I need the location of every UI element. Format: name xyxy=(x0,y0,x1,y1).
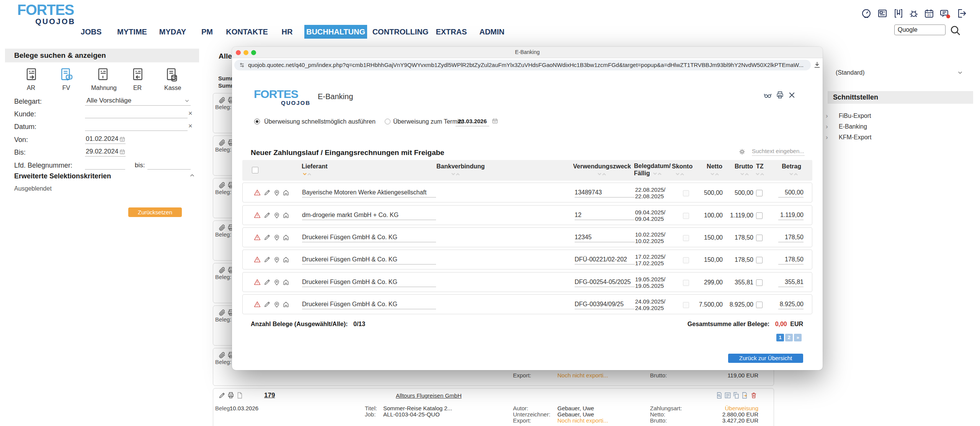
table-search-input[interactable]: Suchtext eingeben... xyxy=(752,148,805,156)
lieferant-input[interactable]: Bayerische Motoren Werke Aktiengesellsch… xyxy=(302,188,436,197)
von-date-input[interactable]: 01.02.2024 xyxy=(85,134,126,144)
pencil-icon[interactable] xyxy=(263,189,271,196)
doc-type-mahnung[interactable]: Mahnung xyxy=(91,67,114,91)
col-brutto[interactable]: Brutto xyxy=(725,163,753,170)
url-text[interactable]: quojob.quotec.net/q40_pm/index.php?q=cmb… xyxy=(248,62,805,69)
calendar-icon[interactable] xyxy=(119,136,126,142)
radio-termin[interactable] xyxy=(385,119,390,124)
beleg-number-link[interactable]: 179 xyxy=(264,392,275,399)
termin-date-input[interactable]: 23.03.2026 xyxy=(456,117,489,126)
window-titlebar[interactable]: E-Banking xyxy=(232,47,823,58)
lfd-von-input[interactable] xyxy=(85,160,125,170)
print-icon[interactable] xyxy=(776,91,784,100)
skonto-checkbox[interactable] xyxy=(683,257,689,263)
delete-icon[interactable] xyxy=(750,392,758,399)
bis-date-input[interactable]: 29.02.2024 xyxy=(85,147,126,157)
pin-icon[interactable] xyxy=(273,233,281,241)
page-next[interactable]: » xyxy=(794,334,802,341)
nav-item-kontakte[interactable]: KONTAKTE xyxy=(226,28,268,36)
col-skonto[interactable]: Skonto xyxy=(672,163,693,170)
site-info-icon[interactable] xyxy=(239,62,245,68)
chevron-up-icon[interactable] xyxy=(189,172,195,178)
col-belegdatum[interactable]: Belegdatum/ xyxy=(634,163,671,170)
nav-item-buchhaltung-active[interactable]: BUCHHALTUNG xyxy=(304,25,367,39)
verwendungszweck-input[interactable]: DFG-00254-05/2025 xyxy=(575,277,635,287)
tz-checkbox[interactable] xyxy=(756,279,763,286)
verwendungszweck-input[interactable]: 13489743 xyxy=(575,188,635,197)
paperclip-icon[interactable] xyxy=(218,266,226,274)
tz-checkbox[interactable] xyxy=(756,302,763,308)
col-tz[interactable]: TZ xyxy=(756,163,764,170)
right-panel-item-ebanking[interactable]: E-Banking xyxy=(839,123,867,130)
tz-checkbox[interactable] xyxy=(756,212,763,219)
right-panel-item-fibu[interactable]: FiBu-Export xyxy=(839,113,871,119)
select-all-checkbox[interactable] xyxy=(252,167,258,173)
home-icon[interactable] xyxy=(282,278,290,286)
paperclip-icon[interactable] xyxy=(218,224,226,232)
right-panel-item-kfm[interactable]: KFM-Export xyxy=(839,134,871,141)
lieferant-input[interactable]: Druckerei Füsgen GmbH & Co. KG xyxy=(302,300,436,309)
reset-button[interactable]: Zurücksetzen xyxy=(128,207,182,217)
pencil-icon[interactable] xyxy=(218,392,226,399)
pdf-icon[interactable] xyxy=(236,392,243,399)
doc-type-kasse[interactable]: Kasse xyxy=(164,67,181,91)
betrag-input[interactable]: 500,00 xyxy=(778,188,804,197)
lieferant-input[interactable]: Druckerei Füsgen GmbH & Co. KG xyxy=(302,233,436,242)
pin-icon[interactable] xyxy=(273,278,281,286)
paperclip-icon[interactable] xyxy=(218,96,226,104)
home-icon[interactable] xyxy=(282,256,290,263)
clear-icon[interactable]: × xyxy=(188,122,193,130)
col-netto[interactable]: Netto xyxy=(697,163,722,170)
bookmark-icon[interactable] xyxy=(893,8,904,19)
col-betrag[interactable]: Betrag xyxy=(773,163,801,170)
clear-icon[interactable]: × xyxy=(188,109,193,118)
verwendungszweck-input[interactable]: DFG-00394/09/25 xyxy=(575,300,635,309)
close-icon[interactable] xyxy=(787,91,796,100)
page-2[interactable]: 2 xyxy=(785,334,793,341)
col-lieferant[interactable]: Lieferant xyxy=(302,163,328,170)
nav-item-myday[interactable]: MYDAY xyxy=(159,28,186,36)
pin-icon[interactable] xyxy=(273,256,281,263)
pencil-icon[interactable] xyxy=(263,278,271,286)
advanced-criteria-toggle[interactable]: Erweiterte Selektionskriterien xyxy=(14,172,111,180)
radio-sofort[interactable] xyxy=(254,119,260,124)
home-icon[interactable] xyxy=(282,211,290,219)
chevron-down-icon[interactable] xyxy=(957,70,963,76)
calendar-icon[interactable] xyxy=(492,118,498,124)
doc-type-fv[interactable]: FV xyxy=(59,67,74,91)
messages-icon[interactable] xyxy=(939,8,950,19)
betrag-input[interactable]: 178,50 xyxy=(778,233,804,242)
beleg-card-179[interactable]: 179 Alltours Flugreisen GmbH Beleg: 10.0… xyxy=(213,388,774,426)
calendar-icon[interactable] xyxy=(923,8,935,19)
url-bar[interactable]: quojob.quotec.net/q40_pm/index.php?q=cmb… xyxy=(234,60,811,70)
col-bankverbindung[interactable]: Bankverbindung xyxy=(436,163,485,170)
paperclip-icon[interactable] xyxy=(218,139,226,147)
pin-icon[interactable] xyxy=(273,211,281,219)
glasses-icon[interactable] xyxy=(763,90,773,100)
nav-item-mytime[interactable]: MYTIME xyxy=(117,28,147,36)
back-to-overview-button[interactable]: Zurück zur Übersicht xyxy=(728,354,803,363)
paperclip-icon[interactable] xyxy=(218,181,226,189)
skonto-checkbox[interactable] xyxy=(683,280,689,286)
nav-item-hr[interactable]: HR xyxy=(282,28,293,36)
pencil-icon[interactable] xyxy=(263,233,271,241)
search-icon[interactable] xyxy=(949,24,962,37)
paperclip-icon[interactable] xyxy=(218,351,226,359)
paperclip-icon[interactable] xyxy=(218,309,226,317)
pin-icon[interactable] xyxy=(273,300,281,308)
col-faellig[interactable]: Fällig xyxy=(634,170,650,177)
company-link[interactable]: Alltours Flugreisen GmbH xyxy=(396,392,462,399)
verwendungszweck-input[interactable]: DFÜ-00221/02-202 xyxy=(575,255,635,264)
nav-item-pm[interactable]: PM xyxy=(201,28,213,36)
details-icon[interactable] xyxy=(724,392,732,399)
skonto-checkbox[interactable] xyxy=(683,302,689,308)
pencil-icon[interactable] xyxy=(263,211,271,219)
printer-icon[interactable] xyxy=(227,392,235,399)
pencil-icon[interactable] xyxy=(263,256,271,263)
bug-icon[interactable] xyxy=(908,8,920,19)
home-icon[interactable] xyxy=(282,233,290,241)
home-icon[interactable] xyxy=(282,300,290,308)
nav-item-jobs[interactable]: JOBS xyxy=(81,28,101,36)
dashboard-icon[interactable] xyxy=(861,8,872,19)
search-input[interactable]: Quogle xyxy=(894,24,946,35)
